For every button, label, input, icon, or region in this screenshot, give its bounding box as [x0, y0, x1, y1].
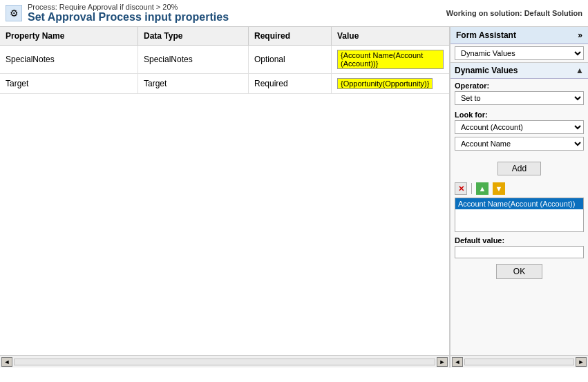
cell-datatype-1: Target: [138, 74, 249, 93]
cell-property-1: Target: [0, 74, 138, 93]
scroll-left-arrow[interactable]: ◄: [1, 357, 12, 367]
bottom-scrollbar: ◄ ►: [0, 355, 449, 367]
cell-required-1: Required: [249, 74, 332, 93]
operator-section: Operator: Set to: [451, 79, 588, 108]
collapse-arrow[interactable]: ▲: [576, 66, 584, 75]
right-bottom-scrollbar: ◄ ►: [451, 355, 588, 367]
right-panel: Form Assistant » Dynamic Values Dynamic …: [450, 27, 588, 367]
cell-value-0[interactable]: {Account Name(Account (Account))}: [332, 46, 449, 73]
form-assistant-chevron: »: [578, 30, 582, 40]
gear-icon: ⚙: [6, 5, 22, 21]
ok-btn-row: OK: [451, 261, 588, 282]
default-value-input[interactable]: [455, 246, 584, 258]
move-up-button[interactable]: ▲: [476, 182, 489, 195]
dynamic-values-row: Dynamic Values: [451, 44, 588, 63]
table-row: SpecialNotes SpecialNotes Optional {Acco…: [0, 46, 449, 74]
ok-button[interactable]: OK: [496, 264, 542, 279]
right-scroll-track[interactable]: [464, 359, 574, 365]
dynamic-values-section-header: Dynamic Values ▲: [451, 63, 588, 79]
dv-section-label: Dynamic Values: [455, 66, 518, 75]
move-down-button[interactable]: ▼: [493, 182, 505, 195]
cell-property-0: SpecialNotes: [0, 46, 138, 73]
col-property-name: Property Name: [0, 27, 138, 45]
selected-item-list: Account Name(Account (Account)): [455, 198, 584, 232]
operator-label: Operator:: [455, 82, 584, 90]
value-chip-1[interactable]: {Opportunity(Opportunity)}: [337, 78, 433, 89]
table-row: Target Target Required {Opportunity(Oppo…: [0, 74, 449, 94]
value-chip-0[interactable]: {Account Name(Account (Account))}: [337, 50, 444, 69]
add-btn-row: Add: [451, 156, 588, 181]
selected-item[interactable]: Account Name(Account (Account)): [455, 198, 583, 209]
look-for-select[interactable]: Account (Account): [455, 120, 584, 134]
top-bar: ⚙ Process: Require Approval if discount …: [0, 0, 588, 27]
working-on-label: Working on solution: Default Solution: [446, 9, 582, 17]
field-select-row: Account Name: [455, 137, 584, 151]
process-label: Process: Require Approval if discount > …: [28, 3, 229, 11]
scroll-right-arrow[interactable]: ►: [437, 357, 448, 367]
main-layout: Property Name Data Type Required Value S…: [0, 27, 588, 367]
look-for-select-row: Account (Account): [455, 120, 584, 134]
operator-select[interactable]: Set to: [455, 91, 584, 105]
col-data-type: Data Type: [138, 27, 249, 45]
table-body: SpecialNotes SpecialNotes Optional {Acco…: [0, 46, 449, 200]
col-value: Value: [332, 27, 449, 45]
look-for-label: Look for:: [455, 111, 584, 119]
right-scroll-right-arrow[interactable]: ►: [576, 357, 587, 367]
icon-row: ✕ ▲ ▼: [451, 181, 588, 196]
col-required: Required: [249, 27, 332, 45]
cell-datatype-0: SpecialNotes: [138, 46, 249, 73]
form-assistant-header: Form Assistant »: [451, 27, 588, 44]
scroll-track[interactable]: [14, 359, 435, 365]
cell-value-1[interactable]: {Opportunity(Opportunity)}: [332, 74, 449, 93]
default-value-label: Default value:: [455, 236, 584, 245]
dynamic-values-select[interactable]: Dynamic Values: [455, 46, 584, 60]
look-for-section: Look for: Account (Account) Account Name: [451, 108, 588, 156]
form-assistant-title: Form Assistant: [456, 30, 516, 40]
page-title: Set Approval Process input properties: [28, 11, 229, 23]
default-value-section: Default value:: [451, 233, 588, 261]
cell-required-0: Optional: [249, 46, 332, 73]
right-scroll-left-arrow[interactable]: ◄: [452, 357, 463, 367]
left-panel: Property Name Data Type Required Value S…: [0, 27, 450, 367]
add-button[interactable]: Add: [497, 162, 541, 175]
field-select[interactable]: Account Name: [455, 137, 584, 151]
table-header: Property Name Data Type Required Value: [0, 27, 449, 46]
delete-button[interactable]: ✕: [455, 182, 467, 195]
